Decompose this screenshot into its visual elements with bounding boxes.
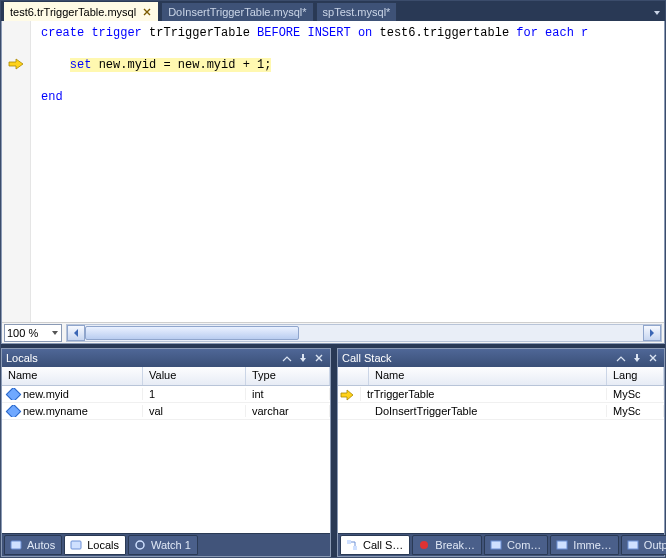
bottom-tab-output[interactable]: Output (621, 535, 666, 555)
cell-type: int (246, 388, 330, 400)
bottom-tab-immediate[interactable]: Imme… (550, 535, 619, 555)
code-token: set (70, 58, 99, 72)
close-icon[interactable] (646, 351, 660, 365)
callstack-tab-bar: Call S… Break… Com… Imme… Output (338, 533, 664, 556)
tab-label: Com… (507, 539, 541, 551)
code-token: trTriggerTable (149, 26, 257, 40)
file-tab-0[interactable]: test6.trTriggerTable.mysql (3, 1, 159, 21)
table-row[interactable]: new.myname val varchar (2, 403, 330, 420)
table-row[interactable]: DoInsertTriggerTable MySc (338, 403, 664, 420)
tab-label: Autos (27, 539, 55, 551)
locals-panel: Locals Name Value Type new.myid 1 int ne… (1, 348, 331, 557)
tab-label: Locals (87, 539, 119, 551)
tab-label: Watch 1 (151, 539, 191, 551)
chevron-down-icon (51, 329, 59, 337)
cell-lang: MySc (607, 405, 664, 417)
col-header-name[interactable]: Name (2, 367, 143, 385)
variable-icon (6, 388, 22, 401)
tab-overflow-dropdown[interactable] (649, 5, 665, 21)
col-header-lang[interactable]: Lang (607, 367, 664, 385)
svg-rect-7 (557, 541, 567, 549)
code-token: create trigger (41, 26, 149, 40)
output-icon (626, 538, 640, 552)
col-header-value[interactable]: Value (143, 367, 246, 385)
editor-status-bar: 100 % (2, 322, 664, 343)
execution-pointer-icon (8, 57, 24, 71)
scroll-left-button[interactable] (67, 325, 85, 341)
file-tab-1[interactable]: DoInsertTriggerTable.mysql* (161, 2, 313, 21)
scroll-right-button[interactable] (643, 325, 661, 341)
window-position-icon[interactable] (280, 351, 294, 365)
cell-text: new.myid (23, 388, 69, 400)
zoom-value: 100 % (7, 327, 38, 339)
code-token: test6.triggertable (379, 26, 516, 40)
cell-value: 1 (143, 388, 246, 400)
callstack-panel-title: Call Stack (338, 349, 664, 367)
code-token: for each r (516, 26, 588, 40)
variable-icon (6, 405, 22, 418)
pin-icon[interactable] (296, 351, 310, 365)
zoom-combobox[interactable]: 100 % (4, 324, 62, 342)
svg-rect-6 (491, 541, 501, 549)
code-token: end (41, 90, 63, 104)
bottom-tab-watch1[interactable]: Watch 1 (128, 535, 198, 555)
callstack-icon (345, 538, 359, 552)
table-row[interactable]: new.myid 1 int (2, 386, 330, 403)
scroll-track[interactable] (85, 326, 643, 340)
bottom-tab-breakpoints[interactable]: Break… (412, 535, 482, 555)
callstack-panel: Call Stack Name Lang trTriggerTable MySc (337, 348, 665, 557)
immediate-icon (555, 538, 569, 552)
tab-label: Call S… (363, 539, 403, 551)
svg-rect-3 (347, 540, 351, 544)
table-row[interactable]: trTriggerTable MySc (338, 386, 664, 403)
locals-grid-body: new.myid 1 int new.myname val varchar (2, 386, 330, 533)
bottom-tab-callstack[interactable]: Call S… (340, 535, 410, 555)
locals-icon (69, 538, 83, 552)
close-icon[interactable] (142, 7, 152, 17)
cell-name: new.myname (2, 405, 143, 418)
scroll-thumb[interactable] (85, 326, 299, 340)
cell-icon (338, 387, 361, 400)
tab-label: Output (644, 539, 666, 551)
autos-icon (9, 538, 23, 552)
cell-lang: MySc (607, 388, 664, 400)
col-header-icon[interactable] (338, 367, 369, 385)
file-tab-label: test6.trTriggerTable.mysql (10, 6, 136, 18)
panel-title-text: Locals (6, 352, 38, 364)
tab-label: Imme… (573, 539, 612, 551)
file-tab-label: spTest.mysql* (323, 6, 391, 18)
bottom-tab-command[interactable]: Com… (484, 535, 548, 555)
svg-point-5 (420, 541, 428, 549)
locals-tab-bar: Autos Locals Watch 1 (2, 533, 330, 556)
panel-title-text: Call Stack (342, 352, 392, 364)
command-icon (489, 538, 503, 552)
locals-panel-title: Locals (2, 349, 330, 367)
svg-rect-8 (628, 541, 638, 549)
svg-rect-1 (71, 541, 81, 549)
cell-name: new.myid (2, 388, 143, 401)
locals-grid-header: Name Value Type (2, 367, 330, 386)
bottom-tab-autos[interactable]: Autos (4, 535, 62, 555)
col-header-name[interactable]: Name (369, 367, 607, 385)
pin-icon[interactable] (630, 351, 644, 365)
code-editor: create trigger trTriggerTable BEFORE INS… (1, 21, 665, 344)
bottom-tab-locals[interactable]: Locals (64, 535, 126, 555)
col-header-type[interactable]: Type (246, 367, 330, 385)
tab-label: Break… (435, 539, 475, 551)
close-icon[interactable] (312, 351, 326, 365)
code-token: ; (264, 58, 271, 72)
svg-rect-4 (353, 546, 357, 550)
file-tab-label: DoInsertTriggerTable.mysql* (168, 6, 306, 18)
code-token: new.myid = new.myid + (99, 58, 257, 72)
window-position-icon[interactable] (614, 351, 628, 365)
editor-horizontal-scrollbar[interactable] (66, 324, 662, 342)
code-area[interactable]: create trigger trTriggerTable BEFORE INS… (31, 21, 664, 322)
svg-point-2 (136, 541, 144, 549)
cell-type: varchar (246, 405, 330, 417)
file-tab-2[interactable]: spTest.mysql* (316, 2, 398, 21)
callstack-grid-body: trTriggerTable MySc DoInsertTriggerTable… (338, 386, 664, 533)
cell-name: DoInsertTriggerTable (369, 405, 607, 417)
watch-icon (133, 538, 147, 552)
file-tabstrip: test6.trTriggerTable.mysql DoInsertTrigg… (1, 1, 665, 21)
breakpoint-icon (417, 538, 431, 552)
